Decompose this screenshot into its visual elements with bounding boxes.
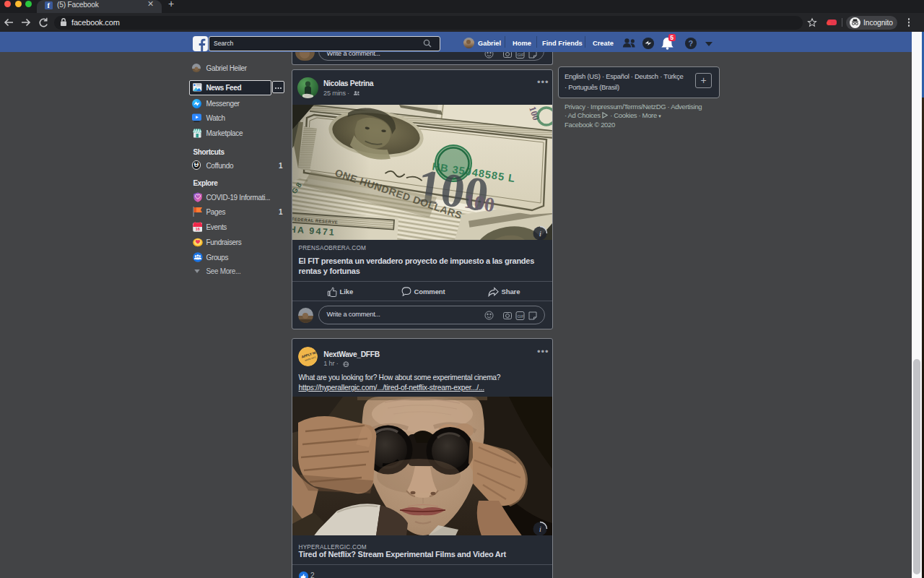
svg-text:GIF: GIF bbox=[518, 314, 525, 318]
svg-text:16: 16 bbox=[195, 227, 199, 231]
svg-text:i: i bbox=[539, 525, 541, 533]
svg-text:i: i bbox=[539, 230, 541, 238]
